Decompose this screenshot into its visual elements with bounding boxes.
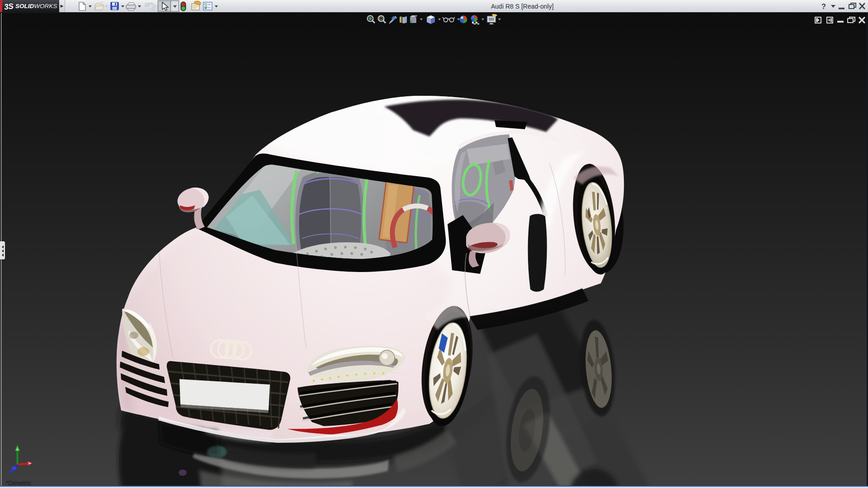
svg-text:3S: 3S	[4, 2, 14, 11]
svg-text:*Dimetric: *Dimetric	[6, 479, 32, 487]
svg-text:?: ?	[821, 3, 826, 10]
